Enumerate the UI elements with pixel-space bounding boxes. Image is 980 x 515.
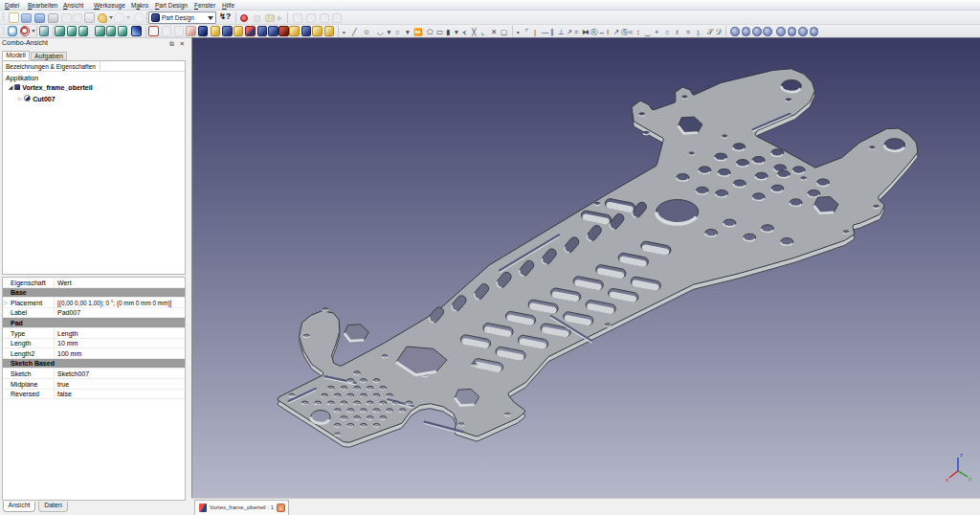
svg-text:y: y <box>969 476 971 481</box>
svg-text:x: x <box>946 477 948 482</box>
svg-text:z: z <box>960 452 963 458</box>
